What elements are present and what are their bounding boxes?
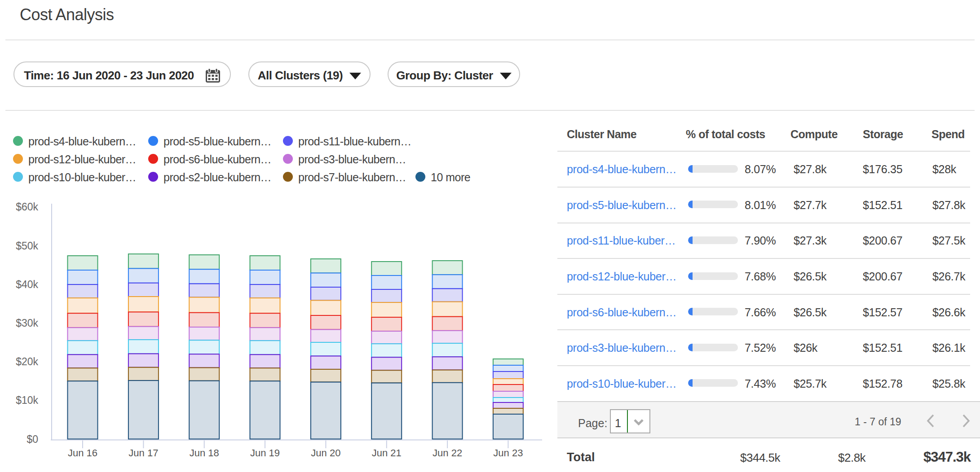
svg-text:$60k: $60k (16, 201, 38, 213)
svg-text:$50k: $50k (16, 240, 38, 252)
svg-text:$40k: $40k (16, 279, 38, 290)
svg-text:Jun 23: Jun 23 (493, 447, 523, 459)
svg-text:Jun 21: Jun 21 (372, 447, 402, 459)
svg-text:Jun 17: Jun 17 (128, 447, 158, 459)
svg-text:$10k: $10k (16, 394, 38, 406)
svg-text:Jun 16: Jun 16 (68, 447, 97, 459)
svg-text:Jun 19: Jun 19 (250, 447, 280, 459)
svg-text:$20k: $20k (16, 356, 38, 367)
svg-text:Jun 22: Jun 22 (433, 447, 462, 459)
svg-text:Jun 18: Jun 18 (190, 447, 219, 459)
svg-text:$0: $0 (26, 433, 38, 445)
svg-text:Jun 20: Jun 20 (311, 447, 340, 459)
svg-text:$30k: $30k (16, 317, 38, 329)
